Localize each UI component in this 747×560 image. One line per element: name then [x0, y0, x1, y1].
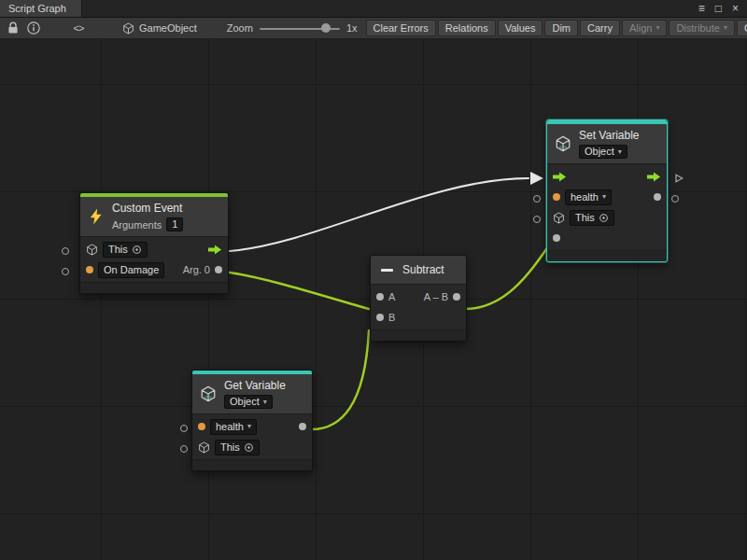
health-to-b-wire[interactable] [308, 330, 369, 429]
port-row: health ▾ [547, 187, 667, 207]
node-custom-event[interactable]: Custom Event Arguments 1 This [79, 192, 229, 294]
external-port[interactable] [62, 268, 69, 275]
clear-errors-button[interactable]: Clear Errors [366, 20, 436, 36]
event-name-field[interactable]: On Damage [98, 262, 164, 278]
variable-kind-dropdown[interactable]: Object ▾ [224, 395, 273, 409]
input-b-label: B [388, 312, 395, 323]
clear-errors-label: Clear Errors [374, 22, 429, 34]
port-row [547, 166, 667, 187]
port-row: health ▾ [192, 416, 312, 437]
node-header: <> Get Variable Object ▾ [192, 374, 312, 413]
variable-kind-value: Object [585, 146, 614, 158]
flow-out-port[interactable] [208, 245, 222, 255]
node-subtract[interactable]: Subtract A A – B B [370, 255, 467, 342]
port-row: A A – B [371, 287, 466, 307]
gameobject-icon [86, 244, 98, 256]
lock-button[interactable] [3, 20, 23, 37]
arguments-input[interactable]: 1 [166, 217, 183, 231]
gameobject-icon [122, 22, 134, 35]
zoom-slider-knob[interactable] [321, 23, 331, 33]
value-output-port[interactable] [299, 423, 306, 430]
port-row: This [547, 207, 667, 228]
node-title: Subtract [402, 263, 444, 276]
target-field[interactable]: This [215, 440, 260, 455]
subtract-icon [376, 260, 397, 279]
port-row: B [371, 307, 466, 328]
values-label: Values [505, 22, 536, 34]
variable-kind-value: Object [230, 396, 260, 408]
node-title: Custom Event [112, 202, 183, 215]
code-view-button[interactable]: <> [68, 20, 89, 37]
align-button[interactable]: Align ▾ [622, 20, 667, 36]
event-name-port[interactable] [86, 266, 93, 273]
external-port[interactable] [180, 425, 188, 432]
variable-name-port[interactable] [553, 193, 560, 201]
port-row: This [80, 239, 228, 259]
info-button[interactable] [23, 20, 44, 37]
arg-output-label: Arg. 0 [183, 264, 210, 275]
distribute-button[interactable]: Distribute ▾ [669, 20, 734, 36]
node-body: health ▾ This [192, 413, 312, 459]
zoom-slider[interactable] [260, 20, 340, 37]
variable-name-value: health [571, 191, 599, 203]
arg-output-port[interactable] [215, 266, 222, 273]
zoom-label: Zoom [227, 22, 253, 34]
variable-name-dropdown[interactable]: health ▾ [210, 419, 257, 435]
graph-toolbar: <> GameObject Zoom 1x Clear Errors Relat… [0, 18, 747, 39]
variable-name-dropdown[interactable]: health ▾ [565, 189, 612, 205]
external-port[interactable] [180, 445, 188, 453]
chevron-down-icon: ▾ [263, 399, 267, 406]
variable-kind-dropdown[interactable]: Object ▾ [579, 145, 627, 159]
new-value-input-port[interactable] [553, 234, 560, 242]
graph-canvas[interactable]: Custom Event Arguments 1 This [0, 40, 747, 560]
tab-script-graph[interactable]: Script Graph [0, 0, 82, 17]
external-port[interactable] [62, 247, 69, 255]
port-row: On Damage Arg. 0 [80, 259, 228, 280]
arguments-label: Arguments [112, 219, 162, 231]
arg0-to-a-wire[interactable] [224, 272, 369, 309]
maximize-icon[interactable]: □ [715, 3, 722, 14]
port-row [547, 228, 667, 248]
variable-name-port[interactable] [198, 423, 205, 430]
zoom-value: 1x [346, 22, 358, 34]
target-picker-icon[interactable] [132, 245, 142, 255]
chevron-down-icon: ▾ [247, 423, 251, 430]
input-a-label: A [388, 291, 395, 302]
input-a-port[interactable] [376, 293, 384, 301]
close-icon[interactable]: × [732, 3, 739, 14]
output-value-port[interactable] [654, 193, 661, 201]
output-label: A – B [424, 291, 448, 302]
result-to-value-wire[interactable] [463, 240, 553, 309]
external-flow-port[interactable] [674, 174, 684, 183]
variable-name-value: health [216, 421, 244, 433]
target-picker-icon[interactable] [599, 213, 609, 223]
flow-wire[interactable] [230, 178, 529, 251]
dim-button[interactable]: Dim [544, 20, 578, 36]
info-icon [26, 21, 41, 35]
target-value: This [108, 244, 128, 256]
code-icon: <> [74, 22, 84, 34]
external-port[interactable] [533, 195, 541, 203]
node-get-variable[interactable]: <> Get Variable Object ▾ [191, 370, 313, 471]
gameobject-target[interactable]: GameObject [122, 22, 197, 35]
target-field[interactable]: This [570, 210, 614, 226]
variable-cube-icon: <> [553, 134, 573, 153]
target-picker-icon[interactable] [244, 442, 254, 453]
arguments-value: 1 [172, 218, 177, 231]
input-b-port[interactable] [376, 314, 384, 321]
overview-button[interactable]: Overv [737, 20, 747, 36]
node-set-variable[interactable]: <> Set Variable Object ▾ [546, 119, 668, 262]
carry-button[interactable]: Carry [580, 20, 620, 36]
node-header: Custom Event Arguments 1 [80, 197, 228, 236]
node-footer [371, 329, 466, 341]
flow-in-port[interactable] [553, 172, 567, 182]
target-field[interactable]: This [103, 242, 148, 258]
external-port[interactable] [533, 216, 541, 223]
external-port[interactable] [671, 195, 679, 203]
values-button[interactable]: Values [498, 20, 543, 36]
node-footer [80, 282, 228, 293]
menu-icon[interactable]: ≡ [698, 3, 705, 14]
flow-out-port[interactable] [647, 172, 661, 182]
relations-button[interactable]: Relations [438, 20, 496, 36]
result-port[interactable] [453, 293, 460, 301]
